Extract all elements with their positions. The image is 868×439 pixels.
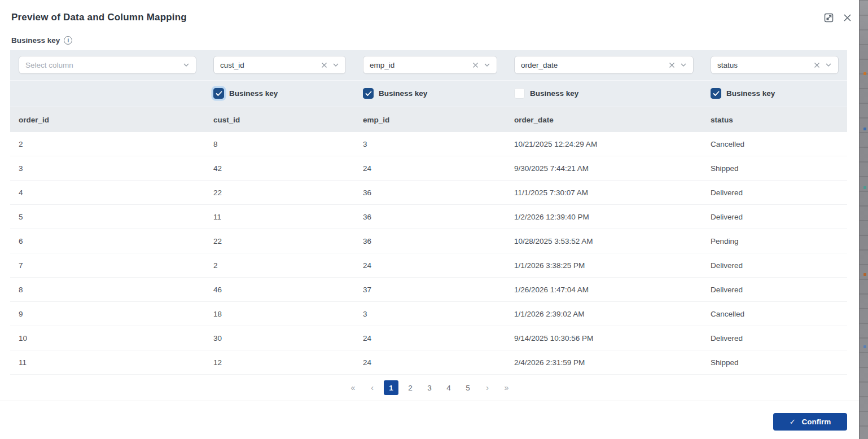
- filter-cell: Select column: [10, 56, 205, 74]
- cell-order-date: 10/28/2025 3:53:52 AM: [506, 229, 702, 253]
- table-row: 6 22 36 10/28/2025 3:53:52 AM Pending: [10, 229, 847, 253]
- cell-emp-id: 36: [354, 205, 506, 229]
- business-key-checkbox-order-date[interactable]: Business key: [514, 88, 694, 99]
- cell-order-id: 2: [10, 132, 205, 156]
- business-key-checkbox-cust-id[interactable]: Business key: [213, 88, 346, 99]
- column-header-status: status: [702, 107, 847, 132]
- pagination-page-4[interactable]: 4: [441, 380, 456, 395]
- pagination-last-button[interactable]: »: [499, 380, 514, 395]
- column-select-order-id[interactable]: Select column: [19, 56, 196, 74]
- cell-emp-id: 3: [354, 132, 506, 156]
- cell-status: Shipped: [702, 350, 847, 374]
- cell-cust-id: 2: [205, 253, 354, 277]
- cell-order-date: 9/30/2025 7:44:21 AM: [506, 156, 702, 180]
- pagination-page-5[interactable]: 5: [461, 380, 475, 395]
- chevron-down-icon: [825, 62, 832, 68]
- expand-icon[interactable]: [823, 12, 834, 23]
- close-icon[interactable]: [842, 12, 852, 23]
- chevron-down-icon: [183, 62, 190, 68]
- pagination: « ‹ 1 2 3 4 5 › »: [0, 375, 859, 401]
- column-header-order-id: order_id: [10, 107, 205, 132]
- checkbox-icon[interactable]: [711, 88, 721, 99]
- cell-cust-id: 46: [205, 278, 354, 301]
- business-key-row: Business key Business key Business key: [10, 81, 847, 107]
- dialog-title: Preview of Data and Column Mapping: [11, 12, 187, 23]
- checkbox-label: Business key: [726, 89, 775, 98]
- clear-icon[interactable]: [814, 62, 820, 68]
- checkbox-cell-empty: [10, 88, 205, 99]
- business-key-checkbox-emp-id[interactable]: Business key: [363, 88, 497, 99]
- select-value: order_date: [521, 61, 558, 69]
- cell-order-id: 3: [10, 156, 205, 180]
- checkbox-icon[interactable]: [213, 88, 224, 99]
- pagination-prev-button[interactable]: ‹: [365, 380, 379, 395]
- cell-cust-id: 22: [205, 229, 354, 253]
- background-page-strip: [859, 0, 868, 439]
- cell-emp-id: 3: [354, 302, 506, 326]
- checkbox-icon[interactable]: [514, 88, 525, 99]
- pagination-page-2[interactable]: 2: [403, 380, 418, 395]
- confirm-button[interactable]: ✓ Confirm: [773, 413, 847, 431]
- table-row: 8 46 37 1/26/2026 1:47:04 AM Delivered: [10, 278, 847, 302]
- info-icon[interactable]: i: [64, 36, 72, 45]
- cell-order-id: 7: [10, 253, 205, 277]
- select-value: emp_id: [370, 61, 394, 69]
- cell-emp-id: 36: [354, 181, 506, 204]
- business-key-checkbox-status[interactable]: Business key: [711, 88, 839, 99]
- cell-status: Pending: [702, 229, 847, 253]
- chevron-down-icon: [680, 62, 687, 68]
- column-header-cust-id: cust_id: [205, 107, 354, 132]
- cell-cust-id: 8: [205, 132, 354, 156]
- dialog-footer: ✓ Confirm: [0, 401, 859, 439]
- select-placeholder: Select column: [25, 61, 73, 69]
- cell-order-id: 5: [10, 205, 205, 229]
- clear-icon[interactable]: [321, 62, 327, 68]
- column-header-emp-id: emp_id: [354, 107, 506, 132]
- pagination-first-button[interactable]: «: [345, 380, 360, 395]
- cell-emp-id: 24: [354, 156, 506, 180]
- cell-emp-id: 37: [354, 278, 506, 301]
- mapping-panel: Select column cust_id: [10, 50, 847, 375]
- column-select-row: Select column cust_id: [10, 50, 847, 81]
- dialog-header: Preview of Data and Column Mapping: [0, 0, 859, 24]
- column-select-cust-id[interactable]: cust_id: [213, 56, 346, 74]
- cell-status: Delivered: [702, 181, 847, 204]
- pagination-page-1[interactable]: 1: [384, 380, 398, 395]
- cell-order-date: 1/26/2026 1:47:04 AM: [506, 278, 702, 301]
- cell-order-id: 11: [10, 350, 205, 374]
- cell-order-date: 1/2/2026 12:39:40 PM: [506, 205, 702, 229]
- chevron-down-icon: [484, 62, 490, 68]
- cell-status: Delivered: [702, 278, 847, 301]
- dialog-header-icons: [823, 12, 852, 23]
- column-select-order-date[interactable]: order_date: [514, 56, 694, 74]
- preview-mapping-dialog: Preview of Data and Column Mapping Busin…: [0, 0, 859, 439]
- cell-order-id: 4: [10, 181, 205, 204]
- cell-cust-id: 11: [205, 205, 354, 229]
- cell-order-id: 10: [10, 326, 205, 350]
- cell-order-date: 10/21/2025 12:24:29 AM: [506, 132, 702, 156]
- cell-order-date: 1/1/2026 2:39:02 AM: [506, 302, 702, 326]
- filter-cell: emp_id: [354, 56, 506, 74]
- column-header-order-date: order_date: [506, 107, 702, 132]
- filter-cell: status: [702, 56, 847, 74]
- filter-cell: order_date: [506, 56, 702, 74]
- column-select-status[interactable]: status: [711, 56, 839, 74]
- cell-cust-id: 30: [205, 326, 354, 350]
- table-header-row: order_id cust_id emp_id order_date statu…: [10, 107, 847, 132]
- cell-emp-id: 24: [354, 326, 506, 350]
- cell-cust-id: 18: [205, 302, 354, 326]
- column-select-emp-id[interactable]: emp_id: [363, 56, 497, 74]
- clear-icon[interactable]: [472, 62, 479, 68]
- pagination-next-button[interactable]: ›: [480, 380, 494, 395]
- cell-cust-id: 42: [205, 156, 354, 180]
- cell-status: Shipped: [702, 156, 847, 180]
- filter-cell: cust_id: [205, 56, 354, 74]
- clear-icon[interactable]: [669, 62, 675, 68]
- pagination-page-3[interactable]: 3: [422, 380, 437, 395]
- checkbox-icon[interactable]: [363, 88, 374, 99]
- cell-order-date: 1/1/2026 3:38:25 PM: [506, 253, 702, 277]
- table-row: 7 2 24 1/1/2026 3:38:25 PM Delivered: [10, 253, 847, 278]
- cell-emp-id: 24: [354, 253, 506, 277]
- cell-order-id: 9: [10, 302, 205, 326]
- cell-emp-id: 24: [354, 350, 506, 374]
